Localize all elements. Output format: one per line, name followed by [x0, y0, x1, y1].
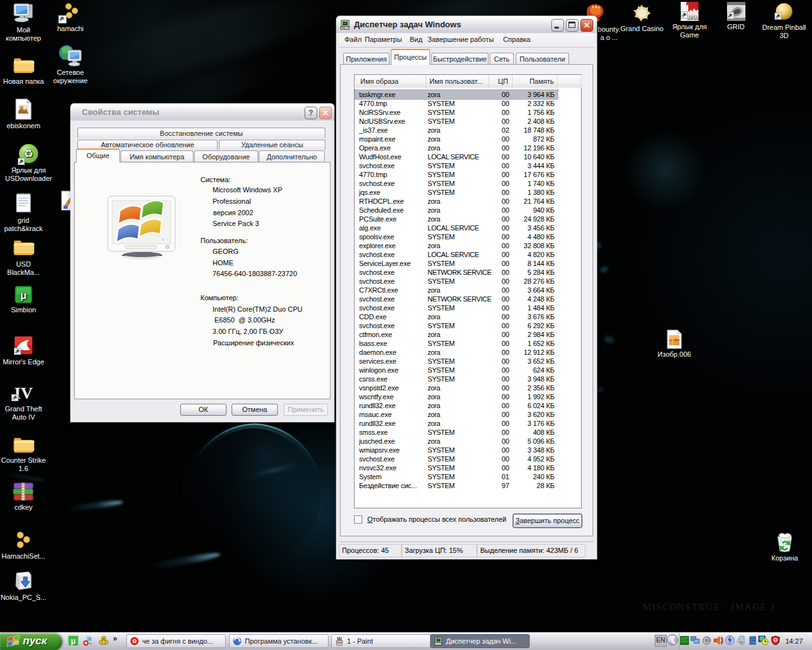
svg-text:♻: ♻: [23, 148, 33, 160]
svg-text:μ: μ: [20, 290, 27, 301]
svg-text:AFIA: AFIA: [687, 15, 697, 20]
svg-text:μ: μ: [71, 637, 75, 646]
